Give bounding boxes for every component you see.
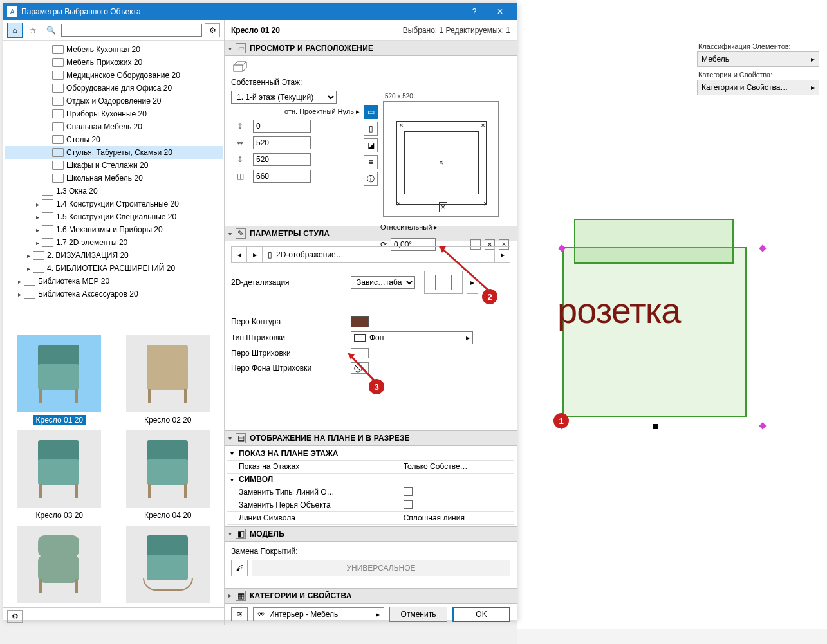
expand-icon[interactable]: ▸: [15, 291, 24, 298]
tree-item[interactable]: ▸1.7 2D-элементы 20: [5, 236, 223, 249]
cancel-button[interactable]: Отменить: [389, 607, 447, 622]
layer-select[interactable]: 👁 Интерьер - Мебель ▸: [253, 607, 384, 621]
tree-item[interactable]: Спальная Мебель 20: [5, 120, 223, 133]
table-cell[interactable]: Только Собстве…: [401, 460, 514, 473]
folder-icon: [24, 277, 35, 286]
width-input[interactable]: [253, 136, 311, 149]
class-dropdown[interactable]: Мебель ▸: [697, 51, 819, 67]
plan-size-label: 520 x 520: [385, 93, 413, 100]
tree-item[interactable]: ▸4. БИБЛИОТЕКА РАСШИРЕНИЙ 20: [5, 262, 223, 275]
detail-preview-menu[interactable]: ▸: [467, 271, 478, 294]
settings-button[interactable]: ⚙: [205, 23, 220, 37]
panel-placement-head[interactable]: ▾ ▱ ПРОСМОТР И РАСПОЛОЖЕНИЕ: [225, 41, 517, 56]
tree-item[interactable]: ▸1.5 Конструкции Специальные 20: [5, 210, 223, 223]
selection-origin-handle[interactable]: [653, 424, 658, 429]
detail-select[interactable]: Завис…таба: [351, 276, 415, 289]
checkbox[interactable]: [404, 487, 413, 496]
tab-next-button[interactable]: ▸: [247, 247, 263, 262]
dialog-titlebar[interactable]: A Параметры Выбранного Объекта ? ✕: [3, 3, 517, 20]
tree-item[interactable]: Шкафы и Стеллажи 20: [5, 159, 223, 172]
panel-model-head[interactable]: ▾ ◧ МОДЕЛЬ: [225, 526, 517, 542]
floor-select[interactable]: 1. 1-й этаж (Текущий): [231, 91, 337, 104]
tree-item[interactable]: Медицинское Оборудование 20: [5, 69, 223, 82]
tree-item-label: Оборудование для Офиса 20: [66, 84, 172, 93]
expand-icon[interactable]: ▸: [33, 239, 42, 246]
tree-item[interactable]: ▸1.6 Механизмы и Приборы 20: [5, 223, 223, 236]
thumbnail-item[interactable]: Кресло 02 20: [116, 335, 221, 425]
object-thumbnails[interactable]: Кресло 01 20Кресло 02 20Кресло 03 20Крес…: [3, 331, 224, 607]
panel-categories-head[interactable]: ▸ ▦ КАТЕГОРИИ И СВОЙСТВА: [225, 588, 517, 603]
library-view-button[interactable]: ⌂: [7, 23, 23, 38]
expand-icon[interactable]: ▸: [24, 265, 33, 272]
thumbs-settings-button[interactable]: ⚙: [7, 610, 23, 623]
preview-3d-button[interactable]: ◪: [364, 138, 378, 152]
preview-3d-icon[interactable]: [231, 61, 249, 74]
thumbnail-item[interactable]: [116, 526, 221, 607]
tree-item[interactable]: ▸1.4 Конструкции Строительные 20: [5, 198, 223, 210]
tree-item[interactable]: Оборудование для Офиса 20: [5, 82, 223, 95]
checkbox[interactable]: [404, 500, 413, 509]
preview-elev-button[interactable]: ▯: [364, 122, 378, 136]
tree-item-label: 1.3 Окна 20: [56, 187, 98, 196]
folder-icon: [52, 45, 64, 54]
plan-params-table[interactable]: ▾ПОКАЗ НА ПЛАНЕ ЭТАЖА Показ на ЭтажахТол…: [227, 447, 514, 525]
tab-2d-display[interactable]: ▯ 2D-отображение…: [263, 250, 494, 259]
tree-item[interactable]: Приборы Кухонные 20: [5, 107, 223, 120]
tree-item[interactable]: ▸Библиотека MEP 20: [5, 275, 223, 288]
model-icon: ◧: [236, 529, 246, 539]
expand-icon[interactable]: ▸: [33, 214, 42, 221]
cat-dropdown[interactable]: Категории и Свойства… ▸: [697, 80, 819, 95]
hatch-type-select[interactable]: Фон▸: [351, 331, 473, 344]
tree-item[interactable]: 1.3 Окна 20: [5, 185, 223, 198]
thumbnail-item[interactable]: Кресло 04 20: [116, 430, 221, 520]
pen-bg-swatch[interactable]: ⃠: [351, 362, 369, 374]
pen-hatch-swatch[interactable]: [351, 348, 369, 358]
table-cell[interactable]: Сплошная линия: [401, 511, 514, 524]
expand-icon[interactable]: ▸: [33, 201, 42, 208]
close-button[interactable]: ✕: [487, 3, 513, 20]
drawing-canvas[interactable]: розетка 1: [517, 116, 827, 625]
tree-item[interactable]: ▸2. ВИЗУАЛИЗАЦИЯ 20: [5, 249, 223, 262]
folder-icon: [42, 238, 53, 247]
chevron-down-icon: ▾: [228, 530, 232, 537]
search-input[interactable]: [61, 24, 202, 37]
tree-item[interactable]: Школьная Мебель 20: [5, 172, 223, 185]
selection-handle[interactable]: [759, 422, 766, 429]
expand-icon[interactable]: ▸: [15, 278, 24, 285]
surface-lock-button[interactable]: 🖌: [231, 560, 248, 576]
preview-info-button[interactable]: ⓘ: [364, 172, 378, 186]
expand-icon[interactable]: ▸: [24, 252, 33, 259]
tree-item[interactable]: ▸Библиотека Аксессуаров 20: [5, 288, 223, 300]
preview-plan-button[interactable]: ▭: [364, 105, 378, 119]
tree-item[interactable]: Стулья, Табуреты, Скамьи 20: [5, 146, 223, 159]
height-input[interactable]: [253, 170, 311, 183]
tree-item[interactable]: Отдых и Оздоровление 20: [5, 95, 223, 107]
tab-menu-button[interactable]: ▸: [494, 247, 510, 262]
favorites-button[interactable]: ☆: [25, 23, 41, 38]
selected-object-shape[interactable]: [562, 247, 747, 417]
help-button[interactable]: ?: [461, 3, 487, 20]
param-tabstrip: ◂ ▸ ▯ 2D-отображение… ▸: [231, 246, 510, 263]
selected-object-back[interactable]: [574, 219, 734, 264]
tab-prev-button[interactable]: ◂: [232, 247, 247, 262]
thumbnail-item[interactable]: [7, 526, 112, 607]
elevation-input[interactable]: [253, 120, 311, 133]
folder-icon: [52, 109, 64, 118]
selection-handle[interactable]: [759, 244, 766, 252]
panel-plan-head[interactable]: ▾ ▤ ОТОБРАЖЕНИЕ НА ПЛАНЕ И В РАЗРЕЗЕ: [225, 430, 517, 446]
ok-button[interactable]: OK: [452, 607, 510, 622]
tree-item[interactable]: Мебель Кухонная 20: [5, 43, 223, 56]
thumbnail-item[interactable]: Кресло 03 20: [7, 430, 112, 520]
thumbnail-item[interactable]: Кресло 01 20: [7, 335, 112, 425]
tree-item[interactable]: Столы 20: [5, 133, 223, 146]
preview-list-button[interactable]: ≡: [364, 155, 378, 169]
depth-input[interactable]: [253, 153, 311, 166]
rel-zero-label[interactable]: отн. Проектный Нуль ▸: [284, 107, 360, 116]
expand-icon[interactable]: ▸: [33, 226, 42, 234]
library-tree[interactable]: Мебель Кухонная 20Мебель Прихожих 20Меди…: [3, 41, 224, 331]
tree-item[interactable]: Мебель Прихожих 20: [5, 56, 223, 69]
table-row: Заменить Перья Объекта: [236, 499, 401, 511]
folder-icon: [52, 122, 64, 131]
pen-contour-swatch[interactable]: [351, 316, 369, 327]
search-button[interactable]: 🔍: [43, 23, 59, 38]
